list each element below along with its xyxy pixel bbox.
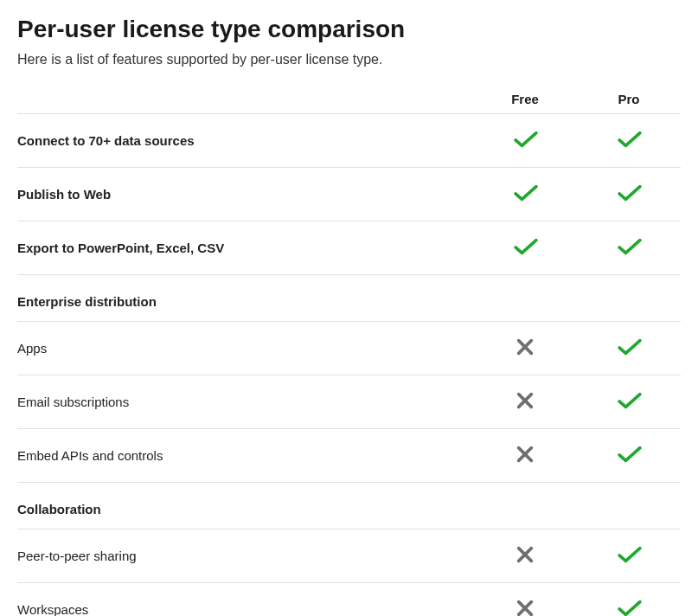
feature-label: Publish to Web: [17, 168, 473, 221]
section-row: Collaboration: [17, 483, 681, 529]
header-free: Free: [473, 87, 577, 114]
table-row: Connect to 70+ data sources: [17, 114, 681, 168]
check-icon: [616, 130, 642, 151]
check-icon: [616, 599, 642, 616]
feature-label: Export to PowerPoint, Excel, CSV: [17, 221, 473, 275]
cell-pro: [577, 114, 681, 168]
cell-free: [473, 429, 577, 483]
cell-pro: [577, 375, 681, 429]
table-row: Apps: [17, 322, 681, 375]
cell-free: [473, 168, 577, 221]
section-row: Enterprise distribution: [17, 275, 681, 322]
cross-icon: [512, 445, 538, 465]
cell-pro: [577, 583, 681, 617]
cell-pro: [577, 529, 681, 583]
cell-free: [473, 583, 577, 617]
feature-label: Peer-to-peer sharing: [17, 529, 473, 583]
comparison-table: Free Pro Connect to 70+ data sources Pub…: [17, 87, 681, 616]
cell-free: [473, 375, 577, 429]
cell-pro: [577, 429, 681, 483]
cell-pro: [577, 322, 681, 375]
table-row: Email subscriptions: [17, 375, 681, 429]
cell-free: [473, 114, 577, 168]
cross-icon: [512, 545, 538, 566]
cross-icon: [512, 391, 538, 412]
table-row: Workspaces: [17, 583, 681, 617]
check-icon: [616, 445, 642, 465]
cross-icon: [512, 599, 538, 616]
feature-label: Apps: [17, 322, 473, 375]
check-icon: [616, 391, 642, 412]
page-subtitle: Here is a list of features supported by …: [17, 52, 681, 67]
section-label: Collaboration: [17, 483, 681, 529]
check-icon: [512, 237, 538, 258]
check-icon: [616, 237, 642, 258]
cross-icon: [512, 337, 538, 358]
feature-label: Workspaces: [17, 583, 473, 617]
cell-free: [473, 529, 577, 583]
table-row: Export to PowerPoint, Excel, CSV: [17, 221, 681, 275]
check-icon: [616, 183, 642, 204]
feature-label: Email subscriptions: [17, 375, 473, 429]
cell-free: [473, 221, 577, 275]
cell-pro: [577, 221, 681, 275]
check-icon: [512, 130, 538, 151]
check-icon: [616, 545, 642, 566]
check-icon: [512, 183, 538, 204]
feature-label: Embed APIs and controls: [17, 429, 473, 483]
cell-pro: [577, 168, 681, 221]
table-row: Publish to Web: [17, 168, 681, 221]
table-row: Embed APIs and controls: [17, 429, 681, 483]
feature-label: Connect to 70+ data sources: [17, 114, 473, 168]
header-feature: [17, 87, 473, 114]
section-label: Enterprise distribution: [17, 275, 681, 322]
cell-free: [473, 322, 577, 375]
header-pro: Pro: [577, 87, 681, 114]
page-title: Per-user license type comparison: [17, 16, 681, 43]
check-icon: [616, 337, 642, 358]
table-row: Peer-to-peer sharing: [17, 529, 681, 583]
